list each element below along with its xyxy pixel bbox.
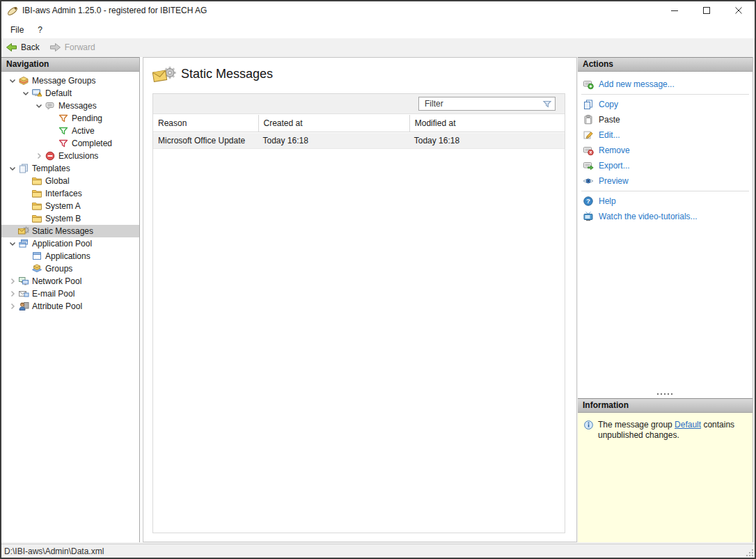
column-header-created-at[interactable]: Created at <box>258 115 409 132</box>
tree-item-static-messages[interactable]: Static Messages <box>1 225 139 237</box>
back-arrow-icon <box>6 42 17 53</box>
chevron-right-icon[interactable] <box>33 150 45 162</box>
menu-[interactable]: ? <box>31 21 49 38</box>
action-label: Preview <box>599 176 629 186</box>
action-export[interactable]: Export... <box>578 158 753 173</box>
funnel-pending-icon <box>58 113 69 124</box>
chevron-down-icon[interactable] <box>7 238 18 249</box>
tree-item-active[interactable]: Active <box>1 125 139 137</box>
action-label: Add new message... <box>599 79 675 89</box>
menu-file[interactable]: File <box>3 21 31 38</box>
action-separator <box>581 191 749 191</box>
cell: Today 16:18 <box>258 133 409 148</box>
tree-item-messages[interactable]: Messages <box>1 100 139 112</box>
action-remove[interactable]: Remove <box>578 143 753 158</box>
funnel-active-icon <box>58 125 69 136</box>
tree-item-attribute-pool[interactable]: Attribute Pool <box>1 300 139 313</box>
tree-item-label: E-mail Pool <box>32 289 74 299</box>
chevron-spacer <box>47 138 58 149</box>
chevron-right-icon[interactable] <box>7 276 18 287</box>
tree-item-label: Applications <box>45 251 90 261</box>
main-panel: Static Messages Filter ReasonCreated atM… <box>143 57 577 542</box>
action-label: Paste <box>599 115 620 125</box>
forward-arrow-icon <box>49 42 61 53</box>
chevron-right-icon[interactable] <box>7 288 18 299</box>
right-panel: Actions Add new message...CopyPasteEdit.… <box>578 57 753 542</box>
tree-item-default[interactable]: Default <box>1 87 139 100</box>
tree-item-system-a[interactable]: System A <box>1 200 139 212</box>
messages-table: Filter ReasonCreated atModified at Micro… <box>152 93 565 533</box>
chevron-spacer <box>47 125 58 136</box>
tree-item-network-pool[interactable]: Network Pool <box>1 275 139 288</box>
action-preview[interactable]: Preview <box>578 173 753 189</box>
action-add-new-message[interactable]: Add new message... <box>578 77 753 92</box>
tree-item-groups[interactable]: Groups <box>1 262 139 275</box>
email-pool-icon <box>18 288 29 299</box>
action-copy[interactable]: Copy <box>578 97 753 112</box>
message-groups-icon <box>18 75 29 86</box>
default-group-link[interactable]: Default <box>675 420 701 430</box>
toolbar-label: Back <box>21 42 40 52</box>
chevron-down-icon[interactable] <box>33 100 45 111</box>
chevron-down-icon[interactable] <box>7 163 18 174</box>
paste-icon <box>583 114 594 125</box>
maximize-button[interactable] <box>691 0 723 21</box>
action-label: Copy <box>599 100 618 109</box>
info-icon <box>583 420 594 430</box>
chevron-down-icon[interactable] <box>20 88 31 99</box>
close-button[interactable] <box>723 0 755 21</box>
tree-item-label: Groups <box>45 264 72 274</box>
message-export-icon <box>583 160 594 171</box>
back-button[interactable]: Back <box>1 39 44 56</box>
tree-item-global[interactable]: Global <box>1 175 139 187</box>
message-remove-icon <box>583 145 594 156</box>
tree-item-completed[interactable]: Completed <box>1 137 139 150</box>
tree-item-interfaces[interactable]: Interfaces <box>1 187 139 200</box>
tree-item-system-b[interactable]: System B <box>1 212 139 225</box>
action-edit[interactable]: Edit... <box>578 127 753 143</box>
folder-icon <box>31 188 42 199</box>
tree-item-label: System A <box>45 201 81 211</box>
forward-button[interactable]: Forward <box>45 39 100 56</box>
column-header-reason[interactable]: Reason <box>153 115 258 132</box>
tree-item-label: Network Pool <box>32 276 81 286</box>
filter-input[interactable]: Filter <box>418 97 556 111</box>
panel-splitter[interactable] <box>578 390 753 398</box>
minimize-button[interactable] <box>659 0 691 21</box>
tree-item-label: Exclusions <box>58 151 98 161</box>
resize-grip[interactable] <box>746 549 754 557</box>
information-header: Information <box>578 398 753 413</box>
table-header: ReasonCreated atModified at <box>153 115 565 132</box>
action-watch-the-video-tutorials[interactable]: Watch the video-tutorials... <box>578 209 753 224</box>
tree-item-label: Active <box>72 126 95 136</box>
filter-funnel-icon[interactable] <box>542 98 553 109</box>
tree-item-templates[interactable]: Templates <box>1 162 139 175</box>
tree-item-application-pool[interactable]: Application Pool <box>1 237 139 250</box>
chevron-down-icon[interactable] <box>7 75 18 86</box>
templates-icon <box>18 163 29 174</box>
static-messages-icon <box>18 226 29 237</box>
column-header-modified-at[interactable]: Modified at <box>409 115 565 132</box>
tree-item-applications[interactable]: Applications <box>1 250 139 262</box>
tree-item-e-mail-pool[interactable]: E-mail Pool <box>1 288 139 300</box>
window-title: IBI-aws Admin 1.25.0 - registered for IB… <box>22 0 207 21</box>
groups-icon <box>31 263 42 274</box>
tree-item-pending[interactable]: Pending <box>1 112 139 125</box>
tree-item-exclusions[interactable]: Exclusions <box>1 150 139 162</box>
table-row[interactable]: Microsoft Office UpdateToday 16:18Today … <box>153 133 565 149</box>
chevron-spacer <box>47 113 58 124</box>
chevron-spacer <box>20 213 31 224</box>
chevron-spacer <box>20 263 31 274</box>
messages-icon <box>45 100 56 111</box>
chevron-right-icon[interactable] <box>7 301 18 312</box>
navigation-tree: Message GroupsDefaultMessagesPendingActi… <box>1 74 139 313</box>
action-paste[interactable]: Paste <box>578 112 753 127</box>
action-help[interactable]: ?Help <box>578 194 753 209</box>
tree-item-message-groups[interactable]: Message Groups <box>1 74 139 87</box>
svg-text:?: ? <box>586 197 590 205</box>
window-controls <box>659 0 755 21</box>
app-icon <box>6 4 19 17</box>
close-icon <box>734 6 743 15</box>
chevron-spacer <box>7 226 18 237</box>
tree-item-label: Message Groups <box>32 76 95 86</box>
